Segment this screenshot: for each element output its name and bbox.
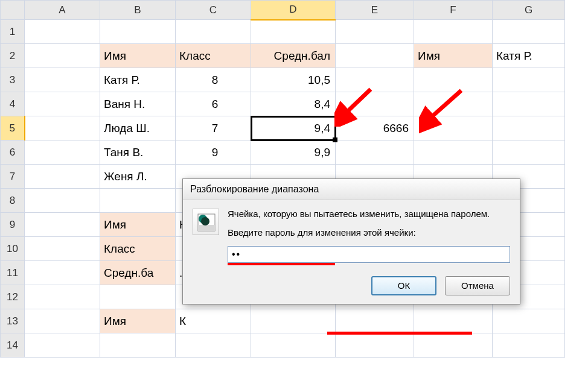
cell-B12[interactable] <box>100 285 176 309</box>
cell-G13[interactable] <box>493 309 565 333</box>
col-header-A[interactable]: A <box>25 1 100 20</box>
cell-D3[interactable]: 10,5 <box>251 68 336 92</box>
cell-E3[interactable] <box>336 68 414 92</box>
cell-B4[interactable]: Ваня Н. <box>100 92 176 116</box>
cell-A9[interactable] <box>25 213 100 237</box>
cell-G14[interactable] <box>493 333 565 358</box>
cell-A5[interactable] <box>25 116 100 140</box>
row-header-5[interactable]: 5 <box>1 116 25 140</box>
cell-G5[interactable] <box>493 116 565 140</box>
cell-G6[interactable] <box>493 140 565 165</box>
cell-B2[interactable]: Имя <box>100 44 176 68</box>
cell-F2[interactable]: Имя <box>414 44 493 68</box>
cell-B7[interactable]: Женя Л. <box>100 165 176 189</box>
cell-G4[interactable] <box>493 92 565 116</box>
row-header-3[interactable]: 3 <box>1 68 25 92</box>
cell-F14[interactable] <box>414 333 493 358</box>
cell-D5[interactable]: 9,4 <box>251 116 336 140</box>
dialog-title: Разблокирование диапазона <box>183 179 520 200</box>
svg-rect-3 <box>198 225 215 231</box>
cell-E6[interactable] <box>336 140 414 165</box>
cell-A14[interactable] <box>25 333 100 358</box>
cancel-button[interactable]: Отмена <box>445 276 510 295</box>
password-input[interactable] <box>228 246 510 263</box>
cell-B10[interactable]: Класс <box>100 237 176 261</box>
select-all-corner[interactable] <box>1 1 25 20</box>
row-header-11[interactable]: 11 <box>1 261 25 285</box>
cell-F1[interactable] <box>414 20 493 44</box>
row-header-8[interactable]: 8 <box>1 189 25 213</box>
svg-point-5 <box>201 217 209 226</box>
cell-B9[interactable]: Имя <box>100 213 176 237</box>
cell-C13[interactable]: К <box>176 309 251 333</box>
cell-D13[interactable] <box>251 309 336 333</box>
cell-F5[interactable] <box>414 116 493 140</box>
cell-C6[interactable]: 9 <box>176 140 251 165</box>
cell-B8[interactable] <box>100 189 176 213</box>
cell-B11[interactable]: Средн.ба <box>100 261 176 285</box>
cell-G3[interactable] <box>493 68 565 92</box>
row-header-10[interactable]: 10 <box>1 237 25 261</box>
cell-A3[interactable] <box>25 68 100 92</box>
col-header-C[interactable]: C <box>176 1 251 20</box>
cell-A2[interactable] <box>25 44 100 68</box>
dialog-prompt: Введите пароль для изменения этой ячейки… <box>228 227 510 239</box>
col-header-E[interactable]: E <box>336 1 414 20</box>
cell-B1[interactable] <box>100 20 176 44</box>
col-header-B[interactable]: B <box>100 1 176 20</box>
dialog-message: Ячейка, которую вы пытаетесь изменить, з… <box>228 209 510 220</box>
ok-button[interactable]: ОК <box>371 276 436 295</box>
cell-E13[interactable] <box>336 309 414 333</box>
cell-E1[interactable] <box>336 20 414 44</box>
cell-A6[interactable] <box>25 140 100 165</box>
cell-A8[interactable] <box>25 189 100 213</box>
cell-D14[interactable] <box>251 333 336 358</box>
cell-C2[interactable]: Класс <box>176 44 251 68</box>
cell-C4[interactable]: 6 <box>176 92 251 116</box>
row-header-2[interactable]: 2 <box>1 44 25 68</box>
row-header-7[interactable]: 7 <box>1 165 25 189</box>
row-header-12[interactable]: 12 <box>1 285 25 309</box>
cell-A7[interactable] <box>25 165 100 189</box>
cell-A13[interactable] <box>25 309 100 333</box>
cell-D2[interactable]: Средн.бал <box>251 44 336 68</box>
cell-D1[interactable] <box>251 20 336 44</box>
cell-A10[interactable] <box>25 237 100 261</box>
cell-B3[interactable]: Катя Р. <box>100 68 176 92</box>
cell-F4[interactable] <box>414 92 493 116</box>
cell-E5[interactable]: 6666 <box>336 116 414 140</box>
row-header-14[interactable]: 14 <box>1 333 25 358</box>
cell-B14[interactable] <box>100 333 176 358</box>
lock-sheet-icon <box>193 209 219 235</box>
cell-A12[interactable] <box>25 285 100 309</box>
cell-C14[interactable] <box>176 333 251 358</box>
cell-A1[interactable] <box>25 20 100 44</box>
cell-B5[interactable]: Люда Ш. <box>100 116 176 140</box>
cell-G2[interactable]: Катя Р. <box>493 44 565 68</box>
cell-G1[interactable] <box>493 20 565 44</box>
row-header-13[interactable]: 13 <box>1 309 25 333</box>
cell-E4[interactable] <box>336 92 414 116</box>
row-header-9[interactable]: 9 <box>1 213 25 237</box>
cell-F6[interactable] <box>414 140 493 165</box>
cell-B6[interactable]: Таня В. <box>100 140 176 165</box>
cell-C1[interactable] <box>176 20 251 44</box>
row-header-6[interactable]: 6 <box>1 140 25 165</box>
cell-D4[interactable]: 8,4 <box>251 92 336 116</box>
col-header-G[interactable]: G <box>493 1 565 20</box>
cell-B13[interactable]: Имя <box>100 309 176 333</box>
cell-C5[interactable]: 7 <box>176 116 251 140</box>
cell-A11[interactable] <box>25 261 100 285</box>
cell-D6[interactable]: 9,9 <box>251 140 336 165</box>
cell-A4[interactable] <box>25 92 100 116</box>
row-header-1[interactable]: 1 <box>1 20 25 44</box>
cell-E14[interactable] <box>336 333 414 358</box>
col-header-D[interactable]: D <box>251 1 336 20</box>
cell-C3[interactable]: 8 <box>176 68 251 92</box>
cell-E2[interactable] <box>336 44 414 68</box>
annotation-underline <box>327 332 472 335</box>
cell-F13[interactable] <box>414 309 493 333</box>
cell-F3[interactable] <box>414 68 493 92</box>
col-header-F[interactable]: F <box>414 1 493 20</box>
row-header-4[interactable]: 4 <box>1 92 25 116</box>
